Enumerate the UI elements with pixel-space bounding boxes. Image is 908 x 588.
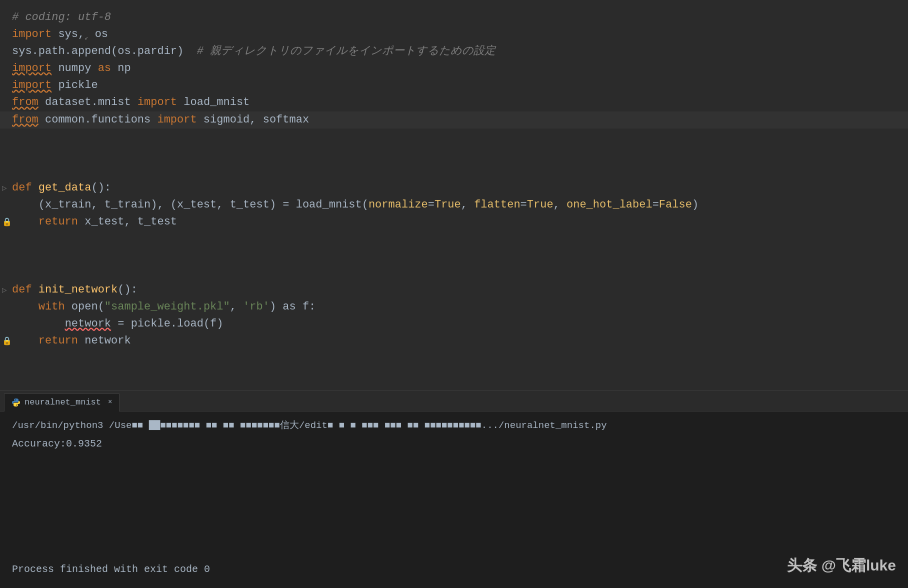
val-true-2: True <box>527 196 554 214</box>
keyword-def-1: def <box>12 180 38 196</box>
editor-area: # coding: utf-8 import sys,↙ os sys.path… <box>0 0 908 390</box>
val-false-1: False <box>659 196 692 214</box>
var-network: network <box>65 316 111 332</box>
blank-line-2 <box>0 146 908 162</box>
code-line-10: 🔒 return x_test, t_test <box>0 214 908 230</box>
keyword-import-pickle: import <box>12 77 52 94</box>
watermark: 头条 @飞霜luke <box>787 554 896 578</box>
eq-1: = <box>428 196 434 214</box>
indent-12 <box>12 298 38 316</box>
fn-get-data: get_data <box>38 180 92 196</box>
parens-2: (): <box>118 282 138 298</box>
comment-pardir: # 親ディレクトリのファイルをインポートするための設定 <box>197 43 496 60</box>
module-os: os <box>88 26 108 43</box>
process-done: Process finished with exit code 0 <box>12 562 210 577</box>
terminal-tab-bar: neuralnet_mnist × <box>0 390 908 412</box>
code-line-9: (x_train, t_train), (x_test, t_test) = l… <box>0 196 908 214</box>
comma-3: , <box>554 196 566 214</box>
code-line-11: ▷ def init_network (): <box>0 282 908 298</box>
alias-np: np <box>111 60 131 77</box>
keyword-from-2: from <box>12 112 38 128</box>
blank-line-6 <box>0 264 908 282</box>
close-paren-1: ) <box>692 196 698 214</box>
comma-2: , <box>461 196 474 214</box>
comma-4: , <box>230 298 243 316</box>
param-normalize: normalize <box>368 196 428 214</box>
terminal-output: Accuracy:0.9352 <box>12 436 896 452</box>
gutter-icon-1: ▷ <box>2 182 12 195</box>
blank-line-4 <box>0 230 908 248</box>
comment-coding: # coding: utf-8 <box>12 9 111 26</box>
indent-13 <box>12 316 65 332</box>
terminal-bottom: Process finished with exit code 0 头条 @飞霜… <box>12 554 896 582</box>
var-f: f: <box>296 298 316 316</box>
fn-init-network: init_network <box>38 282 118 298</box>
code-line-3: sys.path.append(os.pardir) # 親ディレクトリのファイ… <box>0 43 908 60</box>
code-line-14: 🔒 return network <box>0 332 908 350</box>
keyword-as-numpy: as <box>98 60 111 77</box>
code-line-8: ▷ def get_data (): <box>0 180 908 196</box>
param-flatten: flatten <box>474 196 520 214</box>
code-line-2: import sys,↙ os <box>0 26 908 43</box>
blank-line-3 <box>0 162 908 180</box>
keyword-as: as <box>282 298 296 316</box>
string-rb: 'rb' <box>243 298 270 316</box>
terminal-top: /usr/bin/python3 /Use■■ ██■■■■■■■ ■■ ■■ … <box>12 418 896 452</box>
code-line-7: from common.functions import sigmoid, so… <box>0 112 908 128</box>
spaces-3 <box>184 43 196 60</box>
string-pkl: "sample_weight.pkl" <box>104 298 230 316</box>
terminal-cmd: /usr/bin/python3 /Use■■ ██■■■■■■■ ■■ ■■ … <box>12 418 896 433</box>
blank-line-1 <box>0 128 908 146</box>
parens-1: (): <box>91 180 111 196</box>
module-sys: sys <box>52 26 78 43</box>
code-line-12: with open("sample_weight.pkl", 'rb') as … <box>0 298 908 316</box>
subscript-cursor: ↙ <box>84 26 88 43</box>
blank-line-5 <box>0 248 908 264</box>
eq-3: = <box>652 196 659 214</box>
keyword-return-1: return <box>38 214 78 230</box>
terminal-tab-close[interactable]: × <box>108 397 112 408</box>
keyword-with: with <box>38 298 65 316</box>
keyword-def-2: def <box>12 282 38 298</box>
fn-sigmoid-softmax: sigmoid, softmax <box>197 112 309 128</box>
keyword-return-2: return <box>38 332 78 350</box>
comma-1: , <box>78 26 84 43</box>
keyword-from-1: from <box>12 94 38 111</box>
keyword-import-1: import <box>12 26 52 43</box>
eq-2: = <box>520 196 527 214</box>
keyword-import-numpy: import <box>12 60 52 77</box>
gutter-icon-3: ▷ <box>2 284 12 297</box>
terminal-body: /usr/bin/python3 /Use■■ ██■■■■■■■ ■■ ■■ … <box>0 412 908 588</box>
module-numpy: numpy <box>52 60 98 77</box>
fn-load-mnist: load_mnist <box>177 94 250 111</box>
terminal-tab-label: neuralnet_mnist <box>24 396 101 409</box>
val-true-1: True <box>434 196 461 214</box>
code-line-1: # coding: utf-8 <box>0 9 908 26</box>
indent-14 <box>12 332 38 350</box>
gutter-icon-2: 🔒 <box>2 216 12 229</box>
keyword-import-from-1: import <box>138 94 177 111</box>
code-line-5: import pickle <box>0 77 908 94</box>
code-line-13: network = pickle.load(f) <box>0 316 908 332</box>
terminal-tab[interactable]: neuralnet_mnist × <box>4 394 120 412</box>
assign-op: = pickle.load(f) <box>111 316 223 332</box>
close-open: ) <box>270 298 282 316</box>
module-pickle: pickle <box>52 77 98 94</box>
python-icon <box>12 398 20 407</box>
gutter-icon-4: 🔒 <box>2 336 12 348</box>
space-12: open( <box>65 298 104 316</box>
return-val-2: network <box>78 332 131 350</box>
module-common: common.functions <box>38 112 158 128</box>
indent-10 <box>12 214 38 230</box>
syspath: sys.path.append(os.pardir) <box>12 43 184 60</box>
param-one-hot: one_hot_label <box>566 196 652 214</box>
module-dataset: dataset.mnist <box>38 94 138 111</box>
keyword-import-from-2: import <box>157 112 196 128</box>
code-line-6: from dataset.mnist import load_mnist <box>0 94 908 111</box>
return-val-1: x_test, t_test <box>78 214 177 230</box>
indent-9: (x_train, t_train), (x_test, t_test) = l… <box>12 196 368 214</box>
code-line-4: import numpy as np <box>0 60 908 77</box>
terminal-panel: neuralnet_mnist × /usr/bin/python3 /Use■… <box>0 390 908 588</box>
